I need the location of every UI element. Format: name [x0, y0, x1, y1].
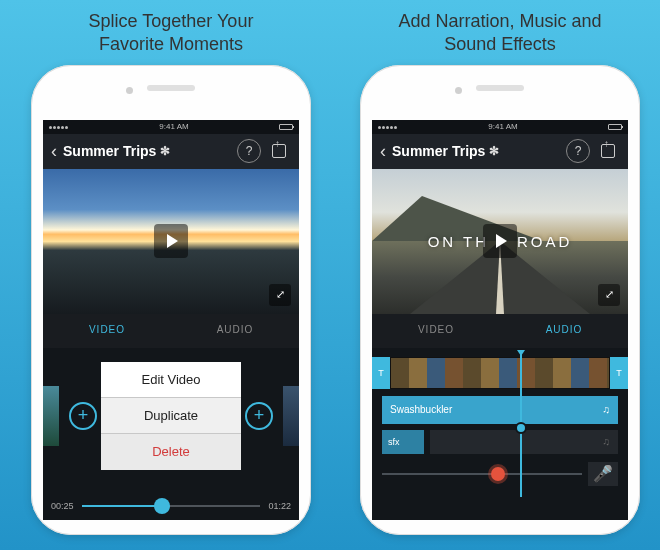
- phone-speaker: [476, 85, 524, 91]
- menu-delete[interactable]: Delete: [101, 434, 241, 470]
- panel-splice: Splice Together Your Favorite Moments 9:…: [16, 0, 326, 550]
- record-track[interactable]: [382, 473, 582, 475]
- scrub-time-total: 01:22: [268, 501, 291, 511]
- video-preview[interactable]: ⤢: [43, 169, 299, 314]
- tab-video[interactable]: VIDEO: [43, 314, 171, 348]
- caption-right-line1: Add Narration, Music and: [398, 11, 601, 31]
- share-button[interactable]: [267, 139, 291, 163]
- video-clip-segment[interactable]: [390, 357, 610, 389]
- caption-left-line2: Favorite Moments: [99, 34, 243, 54]
- tab-audio[interactable]: AUDIO: [171, 314, 299, 348]
- scrubber[interactable]: 00:25 01:22: [51, 493, 291, 519]
- track-music[interactable]: Swashbuckler ♫: [382, 396, 618, 424]
- signal-icon: [378, 122, 398, 131]
- screen-left: 9:41 AM ‹ Summer Trips ✻ ? ⤢ VIDEO AUDIO: [43, 120, 299, 520]
- clip-thumb-prev[interactable]: [43, 386, 59, 446]
- playhead[interactable]: [520, 354, 522, 497]
- fullscreen-button[interactable]: ⤢: [598, 284, 620, 306]
- music-note-icon: ♫: [603, 404, 611, 415]
- share-icon: [272, 144, 286, 158]
- statusbar: 9:41 AM: [372, 120, 628, 134]
- title-chip-start[interactable]: T: [372, 357, 390, 389]
- play-button[interactable]: [483, 224, 517, 258]
- navbar: ‹ Summer Trips ✻ ?: [43, 134, 299, 169]
- fullscreen-button[interactable]: ⤢: [269, 284, 291, 306]
- scrub-knob[interactable]: [154, 498, 170, 514]
- tab-video[interactable]: VIDEO: [372, 314, 500, 348]
- share-icon: [601, 144, 615, 158]
- add-clip-after[interactable]: +: [245, 402, 273, 430]
- tabs: VIDEO AUDIO: [43, 314, 299, 348]
- phone-speaker: [147, 85, 195, 91]
- sfx-add-slot[interactable]: ♫: [430, 430, 618, 454]
- panel-audio: Add Narration, Music and Sound Effects 9…: [345, 0, 655, 550]
- battery-icon: [608, 124, 622, 130]
- status-time: 9:41 AM: [488, 122, 517, 131]
- menu-duplicate[interactable]: Duplicate: [101, 398, 241, 434]
- video-preview[interactable]: ON TH ROAD ⤢: [372, 169, 628, 314]
- clip-context-menu: Edit Video Duplicate Delete: [101, 362, 241, 470]
- clip-thumb-next[interactable]: [283, 386, 299, 446]
- tab-audio[interactable]: AUDIO: [500, 314, 628, 348]
- help-button[interactable]: ?: [237, 139, 261, 163]
- gear-icon[interactable]: ✻: [160, 144, 170, 158]
- caption-left: Splice Together Your Favorite Moments: [16, 0, 326, 65]
- video-edit-area: + Edit Video Duplicate Delete + 00:25: [43, 348, 299, 519]
- play-button[interactable]: [154, 224, 188, 258]
- tabs: VIDEO AUDIO: [372, 314, 628, 348]
- menu-edit-video[interactable]: Edit Video: [101, 362, 241, 398]
- navbar: ‹ Summer Trips ✻ ?: [372, 134, 628, 169]
- phone-frame-right: 9:41 AM ‹ Summer Trips ✻ ? ON TH: [360, 65, 640, 535]
- track-video-clips[interactable]: T T: [372, 356, 628, 390]
- caption-right-line2: Sound Effects: [444, 34, 556, 54]
- back-button[interactable]: ‹: [51, 141, 57, 162]
- record-button[interactable]: [491, 467, 505, 481]
- project-title: Summer Trips ✻: [392, 143, 560, 159]
- title-chip-end[interactable]: T: [610, 357, 628, 389]
- mic-slot[interactable]: 🎤: [588, 462, 618, 486]
- scrub-fill: [82, 505, 163, 507]
- share-button[interactable]: [596, 139, 620, 163]
- audio-timeline: T T Swashbuckler ♫ sfx ♫: [372, 348, 628, 519]
- phone-frame-left: 9:41 AM ‹ Summer Trips ✻ ? ⤢ VIDEO AUDIO: [31, 65, 311, 535]
- track-narration: 🎤: [382, 460, 618, 488]
- battery-icon: [279, 124, 293, 130]
- caption-right: Add Narration, Music and Sound Effects: [345, 0, 655, 65]
- statusbar: 9:41 AM: [43, 120, 299, 134]
- screen-right: 9:41 AM ‹ Summer Trips ✻ ? ON TH: [372, 120, 628, 520]
- status-time: 9:41 AM: [159, 122, 188, 131]
- scrub-time-current: 00:25: [51, 501, 74, 511]
- sfx-clip[interactable]: sfx: [382, 430, 424, 454]
- music-track-name: Swashbuckler: [390, 404, 452, 415]
- scrub-track[interactable]: [82, 505, 261, 507]
- phone-camera: [126, 87, 133, 94]
- clip-row: + Edit Video Duplicate Delete +: [43, 362, 299, 470]
- mic-icon: 🎤: [593, 464, 613, 483]
- signal-icon: [49, 122, 69, 131]
- project-title: Summer Trips ✻: [63, 143, 231, 159]
- music-note-icon: ♫: [603, 436, 611, 447]
- gear-icon[interactable]: ✻: [489, 144, 499, 158]
- track-sfx: sfx ♫: [382, 430, 618, 454]
- add-clip-before[interactable]: +: [69, 402, 97, 430]
- back-button[interactable]: ‹: [380, 141, 386, 162]
- help-button[interactable]: ?: [566, 139, 590, 163]
- caption-left-line1: Splice Together Your: [89, 11, 254, 31]
- phone-camera: [455, 87, 462, 94]
